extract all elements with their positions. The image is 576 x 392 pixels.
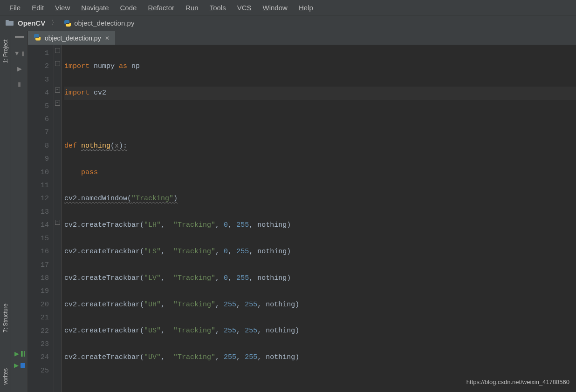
- line-number-gutter: 1234567891011121314151617181920212223242…: [28, 45, 54, 392]
- menu-run[interactable]: Run: [181, 2, 203, 14]
- menu-code[interactable]: Code: [116, 2, 142, 14]
- line-number: 4: [28, 87, 49, 100]
- line-number: 21: [28, 311, 49, 324]
- project-tree-panel: ▼ ▮ ▶ ▮ ▶ ▶: [11, 31, 28, 392]
- code-content[interactable]: import numpy as np import cv2 def nothin…: [62, 45, 576, 392]
- menu-file[interactable]: File: [5, 2, 25, 14]
- tool-tab-structure[interactable]: 7: Structure: [1, 300, 10, 336]
- folder-icon: [6, 19, 14, 27]
- breadcrumb-bar: OpenCV 〉 object_detection.py: [0, 15, 576, 31]
- code-editor[interactable]: 1234567891011121314151617181920212223242…: [28, 45, 576, 392]
- line-number: 5: [28, 100, 49, 113]
- fold-marker-icon[interactable]: −: [55, 101, 60, 106]
- menu-vcs[interactable]: VCS: [233, 2, 256, 14]
- fold-marker-icon[interactable]: −: [55, 48, 60, 53]
- watermark-text: https://blog.csdn.net/weixin_41788560: [466, 378, 569, 385]
- line-number: 19: [28, 285, 49, 298]
- fold-gutter: − − − − −: [54, 45, 62, 392]
- fold-marker-icon[interactable]: −: [55, 220, 60, 225]
- menu-refactor[interactable]: Refactor: [143, 2, 179, 14]
- menu-window[interactable]: Window: [258, 2, 292, 14]
- fold-marker-icon[interactable]: −: [55, 61, 60, 66]
- line-number: 14: [28, 219, 49, 232]
- tab-label: object_detection.py: [45, 34, 101, 42]
- run-icon[interactable]: ▶: [14, 350, 19, 357]
- editor-tab-active[interactable]: object_detection.py ✕: [28, 31, 116, 45]
- line-number: 22: [28, 325, 49, 338]
- python-file-icon: [64, 20, 71, 27]
- line-number: 25: [28, 365, 49, 378]
- line-number: 18: [28, 272, 49, 285]
- line-number: 16: [28, 245, 49, 258]
- run-bars-icon: [21, 351, 25, 357]
- tool-window-rail: 1: Project 7: Structure vorites: [0, 31, 11, 392]
- line-number: 9: [28, 153, 49, 166]
- menu-edit[interactable]: Edit: [27, 2, 48, 14]
- line-number: 23: [28, 338, 49, 351]
- tree-expand-icon[interactable]: ▼ ▮: [14, 50, 25, 57]
- tree-root-icon[interactable]: ▮: [18, 81, 21, 88]
- line-number: 13: [28, 206, 49, 219]
- line-number: 7: [28, 126, 49, 139]
- collapse-panel-icon[interactable]: [15, 36, 24, 38]
- line-number: 8: [28, 140, 49, 153]
- run-icon-2[interactable]: ▶: [14, 362, 19, 369]
- menu-view[interactable]: View: [50, 2, 75, 14]
- menu-navigate[interactable]: Navigate: [76, 2, 113, 14]
- line-number: 24: [28, 351, 49, 364]
- line-number: 17: [28, 259, 49, 272]
- line-number: 11: [28, 179, 49, 192]
- line-number: 20: [28, 298, 49, 311]
- python-file-icon: [34, 34, 41, 42]
- editor-tabs: object_detection.py ✕: [28, 31, 576, 45]
- menu-tools[interactable]: Tools: [205, 2, 231, 14]
- line-number: 6: [28, 113, 49, 126]
- breadcrumb-project[interactable]: OpenCV: [18, 19, 45, 27]
- menu-bar: File Edit View Navigate Code Refactor Ru…: [0, 0, 576, 15]
- close-icon[interactable]: ✕: [105, 35, 110, 41]
- chevron-right-icon: 〉: [48, 18, 61, 28]
- tool-tab-project[interactable]: 1: Project: [1, 36, 10, 67]
- tool-tab-favorites[interactable]: vorites: [1, 365, 10, 388]
- line-number: 3: [28, 74, 49, 87]
- line-number: 1: [28, 47, 49, 60]
- breadcrumb-file[interactable]: object_detection.py: [74, 19, 134, 27]
- line-number: 10: [28, 166, 49, 179]
- debug-icon[interactable]: [21, 363, 25, 368]
- line-number: 12: [28, 192, 49, 205]
- line-number: 2: [28, 60, 49, 73]
- tree-collapse-icon[interactable]: ▶: [17, 65, 22, 72]
- line-number: 15: [28, 232, 49, 245]
- fold-marker-icon[interactable]: −: [55, 88, 60, 93]
- menu-help[interactable]: Help: [294, 2, 318, 14]
